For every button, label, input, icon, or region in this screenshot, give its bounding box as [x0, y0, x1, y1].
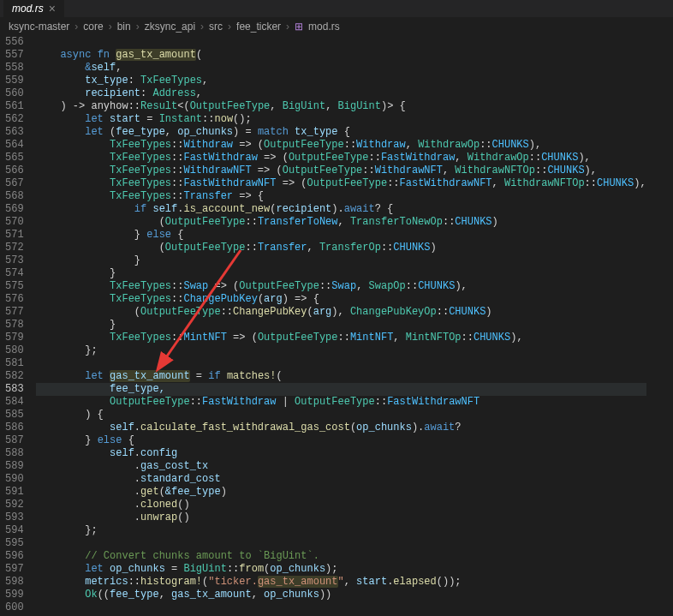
breadcrumb-item[interactable]: bin	[117, 21, 131, 33]
breadcrumb-item[interactable]: mod.rs	[308, 21, 340, 33]
breadcrumb-item[interactable]: fee_ticker	[236, 21, 281, 33]
tab-bar: mod.rs ×	[0, 0, 673, 17]
code-line[interactable]: let gas_tx_amount = if matches!(	[36, 370, 646, 383]
code-line[interactable]: }	[36, 254, 646, 267]
code-line[interactable]	[36, 357, 646, 370]
line-number-gutter: 5565575585595605615625635645655665675685…	[0, 36, 36, 616]
code-line[interactable]: let start = Instant::now();	[36, 113, 646, 126]
code-line[interactable]: metrics::histogram!("ticker.gas_tx_amoun…	[36, 576, 646, 589]
symbol-icon: ⊞	[295, 21, 303, 33]
code-line[interactable]: recipient: Address,	[36, 87, 646, 100]
code-line[interactable]: TxFeeTypes::FastWithdraw => (OutputFeeTy…	[36, 152, 646, 164]
code-line[interactable]: .standard_cost	[36, 473, 646, 486]
breadcrumb-item[interactable]: ksync-master	[9, 21, 69, 33]
code-line[interactable]: fee_type,	[36, 383, 646, 396]
code-line[interactable]: .get(&fee_type)	[36, 486, 646, 499]
close-icon[interactable]: ×	[49, 2, 56, 15]
code-line[interactable]: (OutputFeeType::ChangePubKey(arg), Chang…	[36, 306, 646, 319]
breadcrumb-item[interactable]: src	[209, 21, 223, 33]
code-line[interactable]: ) {	[36, 409, 646, 422]
code-line[interactable]: async fn gas_tx_amount(	[36, 49, 646, 62]
code-line[interactable]: Ok((fee_type, gas_tx_amount, op_chunks))	[36, 589, 646, 601]
code-line[interactable]: };	[36, 344, 646, 357]
code-line[interactable]: };	[36, 524, 646, 537]
breadcrumb-item[interactable]: core	[83, 21, 103, 33]
code-line[interactable]: TxFeeTypes::WithdrawNFT => (OutputFeeTyp…	[36, 164, 646, 177]
code-line[interactable]	[36, 537, 646, 550]
code-line[interactable]: let op_chunks = BigUint::from(op_chunks)…	[36, 563, 646, 576]
code-line[interactable]	[36, 601, 646, 614]
code-line[interactable]: ) -> anyhow::Result<(OutputFeeType, BigU…	[36, 100, 646, 113]
code-line[interactable]: TxFeeTypes::ChangePubKey(arg) => {	[36, 293, 646, 306]
code-line[interactable]: self.calculate_fast_withdrawal_gas_cost(…	[36, 422, 646, 434]
code-line[interactable]: if self.is_account_new(recipient).await?…	[36, 203, 646, 216]
code-line[interactable]: TxFeeTypes::FastWithdrawNFT => (OutputFe…	[36, 177, 646, 190]
code-line[interactable]: &self,	[36, 62, 646, 75]
code-line[interactable]: TxFeeTypes::MintNFT => (OutputFeeType::M…	[36, 332, 646, 344]
code-line[interactable]: .unwrap()	[36, 511, 646, 524]
code-line[interactable]	[36, 36, 646, 49]
code-line[interactable]: .cloned()	[36, 499, 646, 511]
code-line[interactable]: OutputFeeType::FastWithdraw | OutputFeeT…	[36, 396, 646, 409]
code-line[interactable]: tx_type: TxFeeTypes,	[36, 75, 646, 87]
tab-filename: mod.rs	[12, 3, 44, 15]
code-line[interactable]: .gas_cost_tx	[36, 460, 646, 473]
code-area[interactable]: async fn gas_tx_amount( &self, tx_type: …	[36, 36, 646, 616]
code-line[interactable]: } else {	[36, 434, 646, 447]
code-line[interactable]: (OutputFeeType::Transfer, TransferOp::CH…	[36, 242, 646, 254]
breadcrumb[interactable]: ksync-master› core› bin› zksync_api› src…	[0, 17, 673, 36]
code-line[interactable]: TxFeeTypes::Swap => (OutputFeeType::Swap…	[36, 280, 646, 293]
code-line[interactable]: TxFeeTypes::Transfer => {	[36, 190, 646, 203]
editor[interactable]: 5565575585595605615625635645655665675685…	[0, 36, 673, 616]
code-line[interactable]: }	[36, 267, 646, 280]
code-line[interactable]: // Convert chunks amount to `BigUint`.	[36, 550, 646, 563]
minimap[interactable]	[646, 36, 673, 616]
file-tab[interactable]: mod.rs ×	[3, 0, 64, 17]
code-line[interactable]: TxFeeTypes::Withdraw => (OutputFeeType::…	[36, 139, 646, 152]
code-line[interactable]: self.config	[36, 447, 646, 460]
breadcrumb-item[interactable]: zksync_api	[145, 21, 195, 33]
code-line[interactable]: }	[36, 319, 646, 332]
code-line[interactable]: (OutputFeeType::TransferToNew, TransferT…	[36, 216, 646, 229]
code-line[interactable]: } else {	[36, 229, 646, 242]
code-line[interactable]: let (fee_type, op_chunks) = match tx_typ…	[36, 126, 646, 139]
